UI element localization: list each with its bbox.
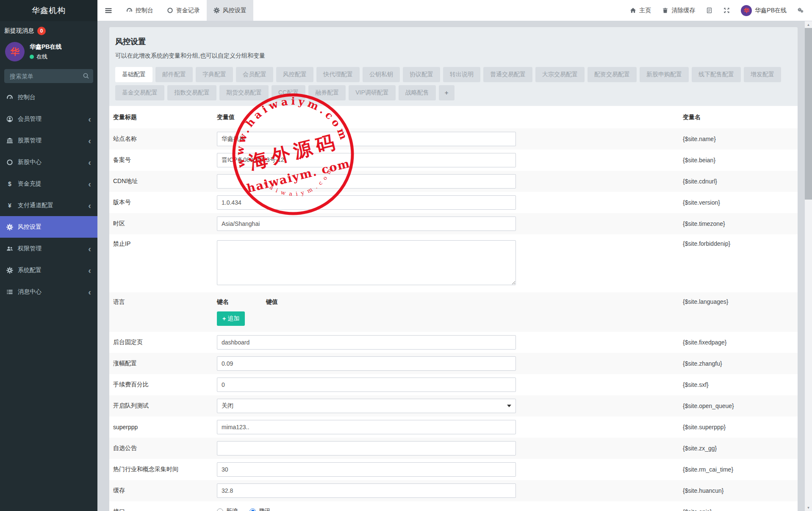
open-queue-select[interactable]: 关闭	[217, 399, 516, 413]
huancun-input[interactable]	[217, 483, 516, 498]
config-tab-futures-trade[interactable]: 期货交易配置	[219, 85, 269, 100]
scroll-up-arrow-icon[interactable]: ▲	[805, 21, 812, 28]
config-tab-ipo-subscribe[interactable]: 新股申购配置	[640, 67, 689, 82]
sidebar-item-message-center[interactable]: 消息中心‹	[0, 281, 97, 303]
dollar-icon: $	[6, 181, 13, 187]
version-input[interactable]	[217, 195, 516, 210]
sidebar-item-members[interactable]: 会员管理‹	[0, 108, 97, 130]
search-input[interactable]	[4, 69, 93, 83]
form-row-version: 版本号{$site.version}	[109, 192, 798, 213]
sidebar-item-label: 资金充提	[18, 180, 42, 188]
user-menu[interactable]: 华 华鑫PB在线	[735, 0, 792, 21]
fixedpage-input[interactable]	[217, 335, 516, 350]
config-tab-strategic-placement[interactable]: 战略配售	[399, 85, 436, 100]
fullscreen-button[interactable]	[718, 0, 735, 21]
sidebar-item-ipo-center[interactable]: 新股中心‹	[0, 151, 97, 173]
settings-form: 变量标题 变量值 变量名 站点名称{$site.name}备案号{$site.b…	[109, 106, 798, 511]
sidebar-item-dashboard[interactable]: 控制台	[0, 86, 97, 108]
config-tab-member[interactable]: 会员配置	[236, 67, 273, 82]
site-name-input[interactable]	[217, 132, 516, 146]
circle-icon	[6, 159, 13, 166]
timezone-input[interactable]	[217, 217, 516, 231]
superppp-input[interactable]	[217, 420, 516, 434]
form-row-beian: 备案号{$site.beian}	[109, 150, 798, 171]
sidebar-item-payment-channels[interactable]: ¥支付通道配置‹	[0, 194, 97, 216]
zx-gg-input[interactable]	[217, 441, 516, 455]
sidebar-item-permissions[interactable]: 权限管理‹	[0, 238, 97, 259]
vertical-scrollbar[interactable]: ▲ ▼	[805, 21, 812, 511]
config-tab-cc[interactable]: CC配置	[272, 85, 305, 100]
chevron-left-icon: ‹	[88, 136, 91, 145]
form-rows: 站点名称{$site.name}备案号{$site.beian}CDN地址{$s…	[109, 128, 798, 511]
header-var-value: 变量值	[217, 114, 683, 121]
config-tab-block-trade[interactable]: 大宗交易配置	[535, 67, 585, 82]
sidebar-menu: 控制台会员管理‹股票管理‹新股中心‹$资金充提‹¥支付通道配置‹风控设置权限管理…	[0, 86, 97, 303]
field-value	[217, 240, 683, 286]
kv-headers: 键名键值	[217, 298, 683, 306]
radio-label: 新浪	[226, 508, 238, 511]
field-label: 禁止IP	[113, 240, 217, 248]
user-info: 华鑫PB在线 在线	[30, 43, 61, 61]
sidebar-item-system-config[interactable]: 系统配置‹	[0, 259, 97, 281]
config-tab-offline-placement[interactable]: 线下配售配置	[692, 67, 741, 82]
sidebar-item-label: 会员管理	[18, 115, 42, 123]
field-value	[217, 174, 683, 189]
sidebar-item-funds[interactable]: $资金充提‹	[0, 173, 97, 194]
radio-option-tencent[interactable]: 腾讯	[249, 508, 271, 511]
config-tab-basic[interactable]: 基础配置	[115, 67, 152, 82]
brand-logo-text: 华鑫机构	[32, 5, 66, 16]
new-withdraw-message-label: 新提现消息	[4, 27, 34, 35]
config-tab-mail[interactable]: 邮件配置	[155, 67, 193, 82]
field-label: 版本号	[113, 199, 217, 206]
sidebar-item-label: 控制台	[18, 94, 36, 101]
config-tab-transfer-note[interactable]: 转出说明	[443, 67, 480, 82]
variable-name: {$site.languages}	[683, 298, 798, 305]
sxf-input[interactable]	[217, 378, 516, 392]
append-button[interactable]: +追加	[217, 311, 245, 326]
risk-settings-panel: 风控设置 可以在此增改系统的变量和分组,也可以自定义分组和变量 基础配置邮件配置…	[109, 27, 798, 511]
config-tab-dict[interactable]: 字典配置	[196, 67, 233, 82]
config-tab-protocol[interactable]: 协议配置	[403, 67, 440, 82]
top-navbar: 控制台资金记录风控设置 主页 清除缓存 华 华鑫PB在线	[97, 0, 812, 21]
user-status[interactable]: 在线	[30, 53, 61, 61]
sidebar-toggle-button[interactable]	[97, 0, 119, 21]
scrollbar-thumb[interactable]	[805, 28, 812, 200]
rm-cai-time-input[interactable]	[217, 462, 516, 477]
add-tab-button[interactable]: +	[439, 85, 454, 100]
config-tab-additional-issue[interactable]: 增发配置	[744, 67, 781, 82]
beian-input[interactable]	[217, 153, 516, 167]
clear-cache-link[interactable]: 清除缓存	[657, 0, 701, 21]
top-tab-risk-settings[interactable]: 风控设置	[207, 0, 253, 21]
top-tab-dashboard[interactable]: 控制台	[119, 0, 160, 21]
bank-icon	[6, 137, 13, 144]
config-tab-risk[interactable]: 风控配置	[276, 67, 313, 82]
gear-icon	[6, 224, 13, 231]
config-tab-fund-trade[interactable]: 基金交易配置	[115, 85, 164, 100]
home-link[interactable]: 主页	[624, 0, 657, 21]
brand-logo[interactable]: 华鑫机构	[0, 0, 97, 21]
form-row-fixedpage: 后台固定页{$site.fixedpage}	[109, 332, 798, 353]
radio-option-sina[interactable]: 新浪	[217, 508, 238, 511]
config-tab-vip-research[interactable]: VIP调研配置	[349, 85, 396, 100]
config-tab-fast-proxy[interactable]: 快代理配置	[316, 67, 360, 82]
docs-button[interactable]	[701, 0, 718, 21]
config-tab-index-trade[interactable]: 指数交易配置	[167, 85, 216, 100]
settings-button[interactable]	[792, 0, 809, 21]
config-tab-normal-trade[interactable]: 普通交易配置	[483, 67, 532, 82]
search-icon[interactable]	[83, 72, 89, 79]
zhangfu-input[interactable]	[217, 356, 516, 371]
avatar[interactable]: 华	[5, 42, 25, 61]
chevron-left-icon: ‹	[88, 115, 91, 123]
config-tab-margin-short[interactable]: 融券配置	[308, 85, 346, 100]
config-tab-margin-trade[interactable]: 配资交易配置	[588, 67, 637, 82]
new-withdraw-message[interactable]: 新提现消息 0	[0, 21, 97, 38]
field-label: 接口	[113, 508, 217, 511]
top-tab-fund-records[interactable]: 资金记录	[160, 0, 207, 21]
forbiddenip-textarea[interactable]	[217, 240, 516, 285]
cdnurl-input[interactable]	[217, 174, 516, 189]
sidebar-item-stocks[interactable]: 股票管理‹	[0, 130, 97, 151]
radio-checked-icon	[249, 508, 256, 511]
config-tab-keys[interactable]: 公钥私钥	[363, 67, 400, 82]
scroll-down-arrow-icon[interactable]: ▼	[805, 504, 812, 511]
sidebar-item-risk-settings[interactable]: 风控设置	[0, 216, 97, 238]
